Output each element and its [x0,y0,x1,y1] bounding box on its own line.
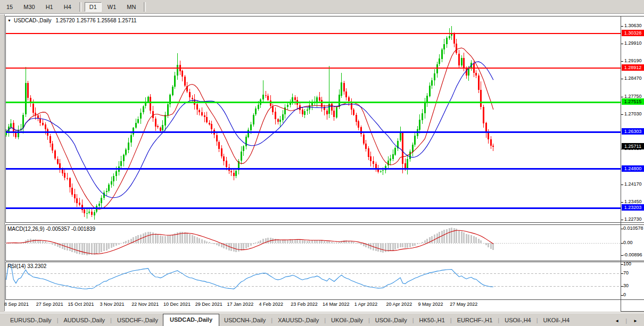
symbol-tab-AUDUSD-Daily[interactable]: AUDUSD-,Daily [59,315,110,326]
symbol-tab-USDCAD-Daily[interactable]: USDCAD-,Daily [163,314,219,326]
symbol-tab-USDCHF-Daily[interactable]: USDCHF-,Daily [112,315,163,326]
symbol-tab-XAUUSD-Daily[interactable]: XAUUSD-,Daily [273,315,324,326]
symbol-tab-EURUSD-Daily[interactable]: EURUSD-,Daily [5,315,56,326]
tab-scroll-left-icon[interactable]: ◄ [612,319,622,325]
symbol-tab-USOil-Daily[interactable]: USOil-,Daily [370,315,412,326]
tab-scroll-right-icon[interactable]: ► [630,319,641,325]
mt4-window: 15M30H1H4D1W1MN ▼USDCAD-,Daily1.25720 1.… [0,0,644,326]
tab-separator: | [622,317,630,326]
chart-canvas[interactable] [0,0,644,326]
symbol-tab-HK50-H1[interactable]: HK50-,H1 [415,315,450,326]
symbol-tab-EURCHF-H1[interactable]: EURCHF-,H1 [452,315,498,326]
symbol-tab-USDCNH-Daily[interactable]: USDCNH-,Daily [219,315,270,326]
symbol-tab-UKOil-Daily[interactable]: UKOil-,Daily [326,315,368,326]
symbol-tab-bar: EURUSD-,Daily|AUDUSD-,Daily|USDCHF-,Dail… [0,313,644,326]
symbol-tab-UKOil-H4[interactable]: UKOil-,H4 [539,315,575,326]
symbol-tab-USOil-H4[interactable]: USOil-,H4 [500,315,536,326]
